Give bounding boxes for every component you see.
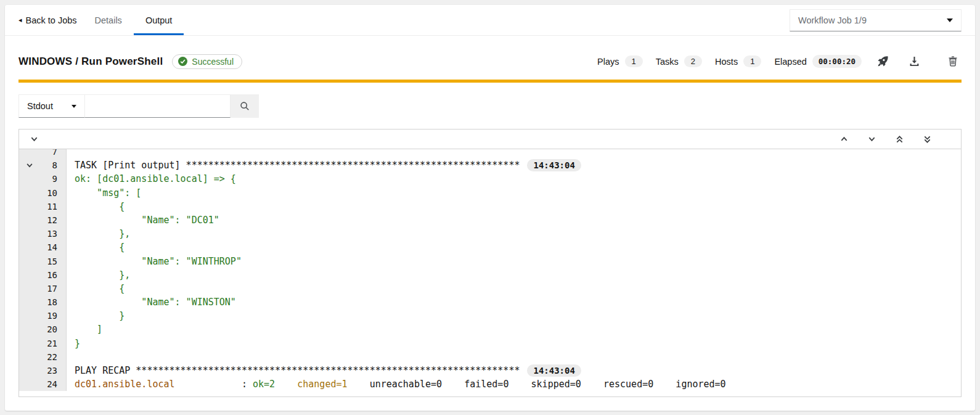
line-number: 16 bbox=[47, 270, 57, 280]
line-number-gutter: 24 bbox=[19, 377, 67, 391]
code-segment: } bbox=[75, 310, 125, 321]
code-line: 16 }, bbox=[19, 268, 961, 282]
code-line: 10 "msg": [ bbox=[19, 186, 961, 200]
line-number-gutter: 23 bbox=[19, 364, 67, 377]
code-line: 18 "Name": "WINSTON" bbox=[19, 295, 961, 309]
line-number: 7 bbox=[52, 149, 57, 157]
tab-output[interactable]: Output bbox=[134, 5, 184, 35]
stat-tasks-count: 2 bbox=[684, 55, 702, 67]
job-stats: Plays 1 Tasks 2 Hosts 1 Elapsed 00:00:20 bbox=[597, 55, 862, 68]
code-segment: "Name": "WINSTON" bbox=[75, 297, 236, 308]
job-header: WINDOWS / Run PowerShell Successful Play… bbox=[5, 36, 975, 70]
stat-elapsed-label: Elapsed bbox=[774, 57, 806, 67]
code-segment: { bbox=[75, 242, 125, 253]
code-line: 21} bbox=[19, 337, 961, 350]
code-segment: "Name": "DC01" bbox=[75, 215, 219, 226]
line-number-gutter: 15 bbox=[19, 255, 67, 268]
scroll-nav bbox=[835, 133, 953, 146]
chevron-down-icon bbox=[26, 162, 33, 169]
stdout-viewport[interactable]: 78TASK [Print output] ******************… bbox=[19, 149, 961, 397]
code-segment: ok: [dc01.ansible.local] => { bbox=[75, 173, 236, 184]
line-number: 10 bbox=[47, 188, 57, 198]
output-search-row: Stdout bbox=[18, 94, 962, 118]
line-number-gutter: 14 bbox=[19, 240, 67, 254]
code-line: 11 { bbox=[19, 200, 961, 213]
code-segment: }, bbox=[75, 228, 130, 239]
delete-job-button[interactable] bbox=[944, 52, 962, 70]
code-line: 24dc01.ansible.local : ok=2 changed=1 un… bbox=[19, 377, 961, 391]
workflow-job-select[interactable]: Workflow Job 1/9 bbox=[790, 9, 962, 31]
code-segment: }, bbox=[75, 269, 130, 281]
line-number-gutter: 22 bbox=[19, 350, 67, 364]
line-number: 22 bbox=[47, 352, 57, 362]
stdout-filter-select[interactable]: Stdout bbox=[18, 94, 85, 118]
scroll-next-button[interactable] bbox=[863, 133, 881, 146]
code-segment: changed=1 bbox=[297, 379, 347, 390]
code-segment: ] bbox=[75, 324, 102, 335]
stat-plays-label: Plays bbox=[597, 57, 619, 67]
collapse-task-toggle[interactable] bbox=[26, 159, 33, 173]
line-content bbox=[67, 350, 961, 364]
tab-bar: ◂ Back to Jobs Details Output Workflow J… bbox=[5, 5, 975, 36]
scroll-first-button[interactable] bbox=[891, 133, 909, 146]
back-to-jobs-link[interactable]: ◂ Back to Jobs bbox=[18, 5, 83, 35]
line-number: 23 bbox=[47, 366, 57, 376]
code-line: 14 { bbox=[19, 240, 961, 254]
line-number-gutter: 20 bbox=[19, 323, 67, 336]
back-to-jobs-label: Back to Jobs bbox=[26, 15, 77, 25]
job-actions bbox=[874, 52, 962, 70]
search-input[interactable] bbox=[85, 94, 231, 118]
code-segment: unreachable=0 failed=0 skipped=0 rescued… bbox=[348, 379, 726, 390]
collapse-all-button[interactable] bbox=[25, 133, 43, 146]
search-icon bbox=[240, 101, 250, 111]
stat-elapsed: Elapsed 00:00:20 bbox=[774, 55, 862, 68]
code-segment: ok=2 bbox=[253, 379, 275, 390]
code-line: 13 }, bbox=[19, 227, 961, 240]
line-content: "Name": "DC01" bbox=[67, 213, 961, 227]
chevron-down-icon bbox=[868, 135, 876, 143]
line-number-gutter: 7 bbox=[19, 149, 67, 158]
stat-hosts: Hosts 1 bbox=[715, 55, 761, 67]
stat-elapsed-value: 00:00:20 bbox=[812, 55, 862, 68]
line-content: ] bbox=[67, 323, 961, 336]
code-segment: { bbox=[75, 283, 125, 294]
code-line: 17 { bbox=[19, 282, 961, 295]
line-number-gutter: 21 bbox=[19, 337, 67, 350]
status-badge-label: Successful bbox=[192, 57, 234, 67]
code-segment: "Name": "WINTHROP" bbox=[75, 256, 242, 267]
line-content: "Name": "WINSTON" bbox=[67, 295, 961, 309]
stat-hosts-label: Hosts bbox=[715, 57, 738, 67]
stat-tasks: Tasks 2 bbox=[656, 55, 702, 67]
relaunch-button[interactable] bbox=[874, 52, 892, 70]
line-content: { bbox=[67, 200, 961, 213]
stat-tasks-label: Tasks bbox=[656, 57, 679, 67]
code-line: 9ok: [dc01.ansible.local] => { bbox=[19, 172, 961, 186]
code-line: 8TASK [Print output] *******************… bbox=[19, 158, 961, 172]
workflow-job-select-value: Workflow Job 1/9 bbox=[798, 15, 867, 25]
code-line: 19 } bbox=[19, 309, 961, 323]
job-progress-bar bbox=[18, 80, 962, 83]
output-toolbar bbox=[19, 129, 961, 149]
scroll-previous-button[interactable] bbox=[835, 133, 853, 146]
line-number: 19 bbox=[47, 311, 57, 321]
code-line: 20 ] bbox=[19, 323, 961, 336]
code-segment: { bbox=[75, 201, 125, 212]
search-button[interactable] bbox=[231, 94, 259, 118]
stat-hosts-count: 1 bbox=[743, 55, 761, 67]
chevron-up-icon bbox=[840, 135, 848, 143]
scroll-last-button[interactable] bbox=[918, 133, 936, 146]
line-number-gutter: 18 bbox=[19, 295, 67, 309]
tab-output-label: Output bbox=[145, 15, 173, 25]
page-title: WINDOWS / Run PowerShell bbox=[18, 55, 163, 68]
line-number: 9 bbox=[52, 174, 57, 184]
line-content: dc01.ansible.local : ok=2 changed=1 unre… bbox=[67, 377, 961, 391]
code-line: 15 "Name": "WINTHROP" bbox=[19, 255, 961, 268]
download-icon bbox=[909, 56, 920, 67]
tab-details[interactable]: Details bbox=[83, 5, 134, 35]
download-output-button[interactable] bbox=[905, 52, 923, 70]
code-segment: "msg": [ bbox=[75, 187, 141, 199]
line-number: 18 bbox=[47, 297, 57, 307]
line-number-gutter: 19 bbox=[19, 309, 67, 323]
trash-icon bbox=[948, 56, 958, 67]
code-segment: : bbox=[175, 379, 253, 390]
